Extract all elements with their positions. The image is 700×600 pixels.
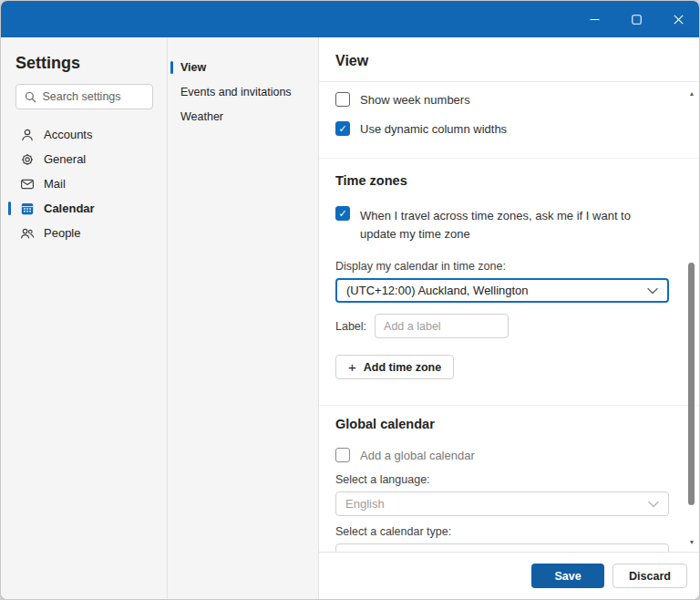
main-content: Show week numbers ✓ Use dynamic column w… (319, 82, 699, 552)
sidebar-item-general[interactable]: General (1, 147, 167, 171)
travel-timezone-checkbox-row[interactable]: ✓ When I travel across time zones, ask m… (335, 206, 669, 243)
checkbox-label: When I travel across time zones, ask me … (360, 206, 669, 243)
plus-icon: + (348, 360, 356, 374)
sidebar-item-mail[interactable]: Mail (1, 171, 167, 196)
subnav-item-label: View (180, 61, 206, 74)
language-select-value: English (345, 497, 385, 511)
maximize-button[interactable] (615, 1, 657, 37)
search-icon (24, 89, 36, 105)
sidebar-item-people[interactable]: People (1, 221, 167, 245)
minimize-button[interactable] (573, 1, 615, 37)
add-time-zone-label: Add time zone (364, 361, 441, 374)
settings-window: Settings Accounts General (0, 0, 700, 600)
show-week-numbers-checkbox-row[interactable]: Show week numbers (335, 92, 669, 107)
chevron-down-icon (648, 497, 659, 511)
checkbox-label: Add a global calendar (360, 448, 475, 462)
people-icon (19, 225, 35, 241)
search-input[interactable] (42, 90, 145, 103)
sidebar-item-label: People (44, 226, 80, 240)
main-header: View (319, 37, 699, 82)
timezone-select[interactable]: (UTC+12:00) Auckland, Wellington (335, 278, 669, 303)
label-field-row: Label: (335, 314, 669, 338)
sidebar-item-label: Accounts (44, 128, 92, 141)
sidebar-item-label: Mail (44, 177, 66, 191)
sidebar-item-calendar[interactable]: Calendar (1, 196, 167, 221)
settings-search[interactable] (15, 84, 153, 109)
main-panel: View Show week numbers ✓ Use dynamic col… (319, 37, 699, 599)
checkmark-icon: ✓ (338, 124, 346, 134)
language-select[interactable]: English (335, 491, 669, 516)
gear-icon (19, 151, 35, 167)
subnav-item-label: Events and invitations (180, 86, 292, 98)
close-icon (674, 15, 684, 25)
calendar-subnav: View Events and invitations Weather (168, 37, 319, 599)
selection-indicator (8, 202, 11, 215)
title-bar (1, 1, 699, 37)
app-body: Settings Accounts General (1, 37, 699, 599)
section-divider (319, 405, 699, 406)
save-button[interactable]: Save (531, 564, 604, 588)
subnav-item-weather[interactable]: Weather (168, 105, 318, 129)
scroll-up-arrow-icon[interactable]: ▲ (688, 90, 695, 98)
label-field-label: Label: (335, 320, 366, 333)
checkbox-label: Show week numbers (360, 92, 470, 107)
checkmark-icon: ✓ (338, 209, 346, 219)
person-icon (19, 127, 35, 142)
chevron-down-icon (647, 284, 658, 297)
calendar-type-select[interactable]: Gregorian (335, 543, 669, 552)
checkbox-checked[interactable]: ✓ (335, 121, 350, 136)
timezone-select-value: (UTC+12:00) Auckland, Wellington (346, 284, 529, 297)
checkbox-unchecked[interactable] (335, 92, 350, 107)
global-calendar-heading: Global calendar (335, 417, 669, 431)
display-timezone-label: Display my calendar in time zone: (335, 260, 669, 273)
select-calendar-type-label: Select a calendar type: (335, 525, 669, 538)
section-title: View (335, 53, 683, 69)
sidebar-item-label: General (44, 152, 86, 166)
checkbox-checked[interactable]: ✓ (335, 206, 350, 221)
discard-button[interactable]: Discard (612, 564, 687, 588)
add-time-zone-button[interactable]: + Add time zone (335, 355, 454, 379)
settings-sidebar: Settings Accounts General (1, 37, 168, 599)
calendar-icon (19, 201, 35, 216)
timezone-label-input[interactable] (375, 314, 509, 338)
subnav-item-events-and-invitations[interactable]: Events and invitations (168, 80, 318, 104)
subnav-item-label: Weather (180, 110, 223, 123)
section-divider (319, 158, 699, 159)
checkbox-unchecked[interactable] (335, 448, 350, 462)
sidebar-item-accounts[interactable]: Accounts (1, 122, 167, 147)
dynamic-column-widths-checkbox-row[interactable]: ✓ Use dynamic column widths (335, 121, 669, 136)
checkbox-label: Use dynamic column widths (360, 121, 507, 136)
sidebar-item-label: Calendar (44, 202, 95, 215)
scrollbar-thumb[interactable] (688, 263, 695, 505)
close-button[interactable] (657, 1, 699, 37)
mail-icon (19, 176, 35, 191)
time-zones-heading: Time zones (335, 173, 669, 188)
vertical-scrollbar[interactable]: ▲ ▼ (686, 90, 697, 546)
scroll-down-arrow-icon[interactable]: ▼ (688, 539, 695, 546)
page-title: Settings (1, 52, 167, 84)
maximize-icon (632, 15, 642, 25)
add-global-calendar-checkbox-row[interactable]: Add a global calendar (335, 448, 669, 462)
footer-bar: Save Discard (319, 552, 699, 599)
select-language-label: Select a language: (335, 473, 669, 486)
selection-indicator (170, 61, 173, 74)
subnav-item-view[interactable]: View (168, 56, 318, 79)
minimize-icon (590, 15, 600, 25)
